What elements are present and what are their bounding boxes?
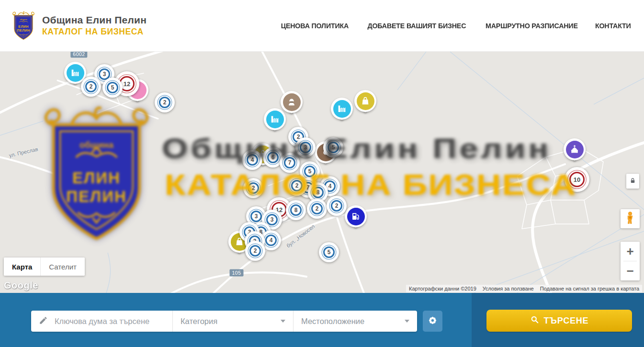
main-nav: ЦЕНОВА ПОЛИТИКА ДОБАВЕТЕ ВАШИЯТ БИЗНЕС М… (279, 22, 632, 30)
location-dropdown[interactable]: Местоположение (293, 311, 417, 332)
cluster-marker[interactable]: 10 (565, 167, 589, 192)
cluster-marker[interactable]: 7 (280, 153, 300, 173)
cluster-marker[interactable]: 5 (319, 242, 339, 262)
page: община ЕЛИН ПЕЛИН Община Елин Пелин КАТА… (0, 0, 644, 347)
advanced-search-button[interactable] (423, 311, 442, 332)
search-icon (530, 315, 539, 326)
svg-text:ПЕЛИН: ПЕЛИН (17, 29, 30, 32)
search-button-label: ТЪРСЕНЕ (544, 316, 589, 326)
lock-button[interactable] (626, 174, 639, 189)
gear-icon (428, 315, 438, 327)
zoom-control: + − (621, 242, 640, 280)
factory-marker-pin[interactable] (331, 98, 353, 120)
site-title: Община Елин Пелин (42, 14, 147, 26)
cluster-marker[interactable]: 2 (327, 196, 347, 216)
header: община ЕЛИН ПЕЛИН Община Елин Пелин КАТА… (0, 0, 644, 52)
street-view-pegman-button[interactable] (621, 209, 640, 228)
factory-marker-pin[interactable] (264, 108, 286, 130)
attribution-copyright: Картографски данни ©2019 (409, 286, 476, 291)
svg-text:ЕЛИН: ЕЛИН (18, 25, 28, 28)
cluster-marker[interactable]: 2 (243, 178, 263, 198)
site-subtitle: КАТАЛОГ НА БИЗНЕСА (42, 27, 147, 37)
category-dropdown-label: Категория (181, 317, 217, 326)
map-type-map-button[interactable]: Карта (4, 257, 40, 276)
municipality-crest-logo: община ЕЛИН ПЕЛИН (11, 11, 35, 41)
nav-contacts[interactable]: КОНТАКТИ (595, 22, 631, 30)
cluster-marker[interactable]: 4 (242, 150, 262, 170)
map-markers: 312252235647527248128223383432510 (0, 52, 644, 293)
cluster-marker[interactable]: 2 (155, 92, 175, 112)
bag-marker-pin[interactable] (354, 90, 376, 112)
cluster-marker[interactable]: 2 (81, 77, 101, 97)
attribution-report-error-link[interactable]: Подаване на сигнал за грешка в картата (540, 286, 639, 291)
nav-pricing-policy[interactable]: ЦЕНОВА ПОЛИТИКА (281, 22, 349, 30)
nav-route-schedule[interactable]: МАРШРУТНО РАЗПИСАНИЕ (486, 22, 578, 30)
category-dropdown[interactable]: Категория (172, 311, 293, 332)
pencil-icon (39, 316, 48, 327)
search-bar-right-panel: ТЪРСЕНЕ (472, 293, 644, 347)
chevron-down-icon (405, 320, 409, 323)
attribution-terms-link[interactable]: Условия за ползване (483, 286, 534, 291)
cluster-marker[interactable]: 2 (245, 241, 265, 261)
chevron-down-icon (281, 320, 285, 323)
cluster-marker[interactable]: 8 (286, 200, 306, 220)
site-logo[interactable]: община ЕЛИН ПЕЛИН Община Елин Пелин КАТА… (11, 11, 147, 41)
fuel-marker-pin[interactable] (345, 205, 367, 227)
cluster-marker[interactable]: 5 (323, 137, 343, 157)
search-button[interactable]: ТЪРСЕНЕ (486, 310, 632, 332)
lock-icon (629, 176, 636, 187)
location-dropdown-label: Местоположение (301, 317, 364, 326)
cluster-marker[interactable]: 2 (307, 199, 327, 219)
search-bar: ТЪРСЕНЕ Категория Местоположение (0, 293, 644, 347)
cluster-marker[interactable]: 5 (102, 78, 123, 98)
zoom-in-button[interactable]: + (621, 242, 640, 261)
search-fields: Категория Местоположение (31, 311, 417, 332)
map-attribution: Картографски данни ©2019 Условия за полз… (406, 285, 642, 292)
church-marker-pin[interactable] (564, 138, 586, 160)
map-type-satellite-button[interactable]: Сателит (40, 257, 85, 276)
zoom-out-button[interactable]: − (621, 261, 640, 280)
map-canvas[interactable]: 6002105ул. Преславбул. „Новосел 31225223… (0, 52, 644, 293)
cluster-marker[interactable]: 3 (295, 137, 316, 157)
google-logo[interactable]: Google (4, 280, 38, 291)
pegman-icon (624, 211, 636, 227)
keyword-field (31, 311, 172, 332)
keyword-input[interactable] (54, 316, 165, 326)
map-type-control: Карта Сателит (4, 257, 85, 276)
nav-add-your-business[interactable]: ДОБАВЕТЕ ВАШИЯТ БИЗНЕС (367, 22, 466, 30)
cluster-marker[interactable]: 2 (287, 176, 307, 196)
